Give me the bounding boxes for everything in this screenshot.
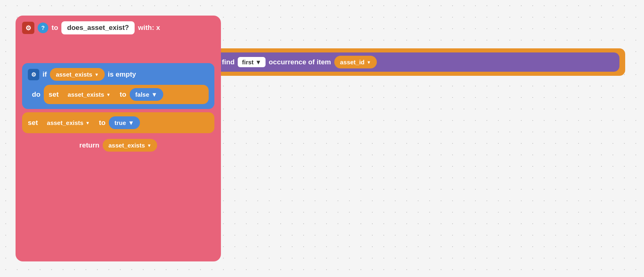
row1-spacer xyxy=(22,40,214,63)
function-header: ⚙ ? to does_asset_exist? with: x xyxy=(22,21,214,34)
false-value-dropdown[interactable]: false ▼ xyxy=(130,88,163,101)
set-true-row: set asset_exists ▼ to true ▼ xyxy=(22,112,214,133)
do-set-bar: set asset_exists ▼ to false ▼ xyxy=(44,85,209,104)
do-label: do xyxy=(32,91,41,99)
is-empty-label: is empty xyxy=(108,70,136,79)
if-variable-dropdown[interactable]: asset_exists ▼ xyxy=(50,68,104,81)
set-true-label: set xyxy=(28,119,38,127)
if-row: ⚙ if asset_exists ▼ is empty xyxy=(28,68,209,81)
true-value-dropdown[interactable]: true ▼ xyxy=(109,116,140,129)
false-arrow: ▼ xyxy=(151,91,158,98)
if-var-arrow: ▼ xyxy=(95,72,99,77)
first-dropdown-arrow: ▼ xyxy=(255,59,261,66)
do-set-label: set xyxy=(49,91,59,99)
question-icon: ? xyxy=(38,23,48,33)
return-var-arrow: ▼ xyxy=(147,143,151,148)
with-label: with: x xyxy=(138,24,160,32)
return-label: return xyxy=(79,141,99,150)
function-block: ⚙ ? to does_asset_exist? with: x ⚙ if as… xyxy=(16,16,221,261)
return-row: return asset_exists ▼ xyxy=(22,136,214,152)
to-label-header: to xyxy=(52,24,58,32)
set-true-var-arrow: ▼ xyxy=(86,120,90,125)
if-gear-icon: ⚙ xyxy=(28,69,39,80)
set-true-variable-dropdown[interactable]: asset_exists ▼ xyxy=(41,116,96,129)
occurrence-label: occurrence of item xyxy=(269,58,331,66)
gear-icon: ⚙ xyxy=(22,22,34,34)
if-do-block: ⚙ if asset_exists ▼ is empty do set asse… xyxy=(22,63,214,109)
set-true-to-label: to xyxy=(99,119,106,127)
if-label: if xyxy=(43,70,47,79)
return-variable-dropdown[interactable]: asset_exists ▼ xyxy=(103,139,157,152)
asset-id-dropdown[interactable]: asset_id ▼ xyxy=(334,56,377,68)
do-to-label: to xyxy=(120,91,126,99)
do-row: do set asset_exists ▼ to false ▼ xyxy=(28,85,209,104)
do-var-arrow: ▼ xyxy=(106,92,111,97)
do-variable-dropdown[interactable]: asset_exists ▼ xyxy=(62,88,116,101)
true-arrow: ▼ xyxy=(128,119,134,126)
asset-id-arrow: ▼ xyxy=(367,60,371,65)
find-label: find xyxy=(222,58,234,66)
first-dropdown[interactable]: first ▼ xyxy=(238,57,265,67)
function-name[interactable]: does_asset_exist? xyxy=(61,21,135,34)
canvas: set asset_exists ▼ to in list list_of_as… xyxy=(0,0,644,277)
